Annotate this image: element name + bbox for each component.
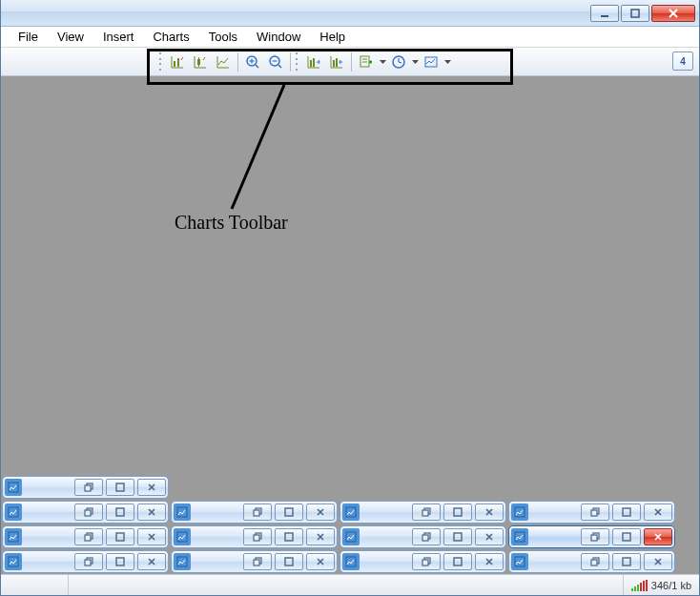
minimized-chart-window[interactable]: [2, 501, 169, 524]
mini-close-button[interactable]: [475, 528, 504, 545]
periods-button[interactable]: [387, 51, 410, 73]
mini-close-button[interactable]: [137, 528, 166, 545]
minimized-chart-window[interactable]: [171, 550, 338, 573]
mini-restore-button[interactable]: [74, 553, 103, 570]
titlebar: [1, 0, 699, 27]
mini-close-button[interactable]: [137, 553, 166, 570]
svg-rect-40: [454, 508, 462, 516]
svg-rect-57: [515, 532, 525, 542]
svg-rect-43: [591, 510, 597, 516]
mini-close-button[interactable]: [475, 553, 504, 570]
mini-restore-button[interactable]: [74, 528, 103, 545]
mini-restore-button[interactable]: [243, 528, 272, 545]
svg-rect-0: [601, 15, 608, 17]
menu-charts[interactable]: Charts: [143, 28, 198, 46]
svg-rect-44: [623, 508, 630, 516]
svg-rect-35: [254, 510, 259, 516]
mini-max-button[interactable]: [443, 504, 472, 521]
mini-restore-button[interactable]: [243, 553, 272, 570]
mini-close-button[interactable]: [644, 528, 672, 545]
minimized-chart-window[interactable]: [171, 525, 338, 548]
mini-restore-button[interactable]: [581, 504, 609, 521]
mini-restore-button[interactable]: [412, 553, 441, 570]
connection-bars-icon: [631, 580, 648, 591]
mini-max-button[interactable]: [443, 553, 472, 570]
svg-rect-29: [9, 507, 18, 517]
mini-restore-button[interactable]: [74, 504, 103, 521]
svg-rect-37: [346, 507, 356, 517]
mini-close-button[interactable]: [306, 553, 335, 570]
mini-restore-button[interactable]: [412, 504, 441, 521]
mini-close-button[interactable]: [306, 528, 335, 545]
mini-restore-button[interactable]: [74, 479, 103, 496]
minimized-chart-window[interactable]: [2, 525, 169, 548]
menu-tools[interactable]: Tools: [199, 28, 247, 46]
svg-rect-61: [9, 557, 18, 566]
bar-chart-button[interactable]: [166, 51, 189, 73]
zoom-in-button[interactable]: [241, 51, 264, 73]
candlestick-chart-button[interactable]: [189, 51, 212, 73]
mini-close-button[interactable]: [137, 504, 166, 521]
mini-max-button[interactable]: [106, 553, 134, 570]
mini-restore-button[interactable]: [243, 504, 272, 521]
svg-rect-71: [422, 560, 428, 565]
auto-scroll-button[interactable]: [302, 51, 325, 73]
mini-max-button[interactable]: [443, 528, 472, 545]
minimized-chart-window[interactable]: [340, 525, 506, 548]
chart-shift-button[interactable]: [325, 51, 348, 73]
menu-file[interactable]: File: [9, 28, 48, 46]
svg-rect-41: [515, 507, 525, 517]
indicators-dropdown[interactable]: [378, 51, 387, 73]
menu-view[interactable]: View: [48, 28, 93, 46]
templates-button[interactable]: [420, 51, 443, 73]
menu-help[interactable]: Help: [310, 28, 355, 46]
mini-max-button[interactable]: [612, 504, 641, 521]
menu-window[interactable]: Window: [247, 28, 310, 46]
mini-close-button[interactable]: [644, 504, 672, 521]
mini-close-button[interactable]: [137, 479, 166, 496]
connection-status[interactable]: 346/1 kb: [623, 575, 699, 595]
mini-close-button[interactable]: [475, 504, 504, 521]
mini-max-button[interactable]: [612, 528, 641, 545]
minimize-window-button[interactable]: [590, 5, 619, 22]
mini-close-button[interactable]: [644, 553, 672, 570]
line-chart-button[interactable]: [212, 51, 235, 73]
mini-restore-button[interactable]: [581, 528, 609, 545]
mini-max-button[interactable]: [275, 504, 303, 521]
mini-max-button[interactable]: [275, 553, 303, 570]
indicators-button[interactable]: [355, 51, 378, 73]
minimized-chart-window[interactable]: [508, 550, 675, 573]
maximize-window-button[interactable]: [621, 5, 649, 22]
minimized-chart-window[interactable]: [2, 550, 169, 573]
svg-rect-67: [254, 560, 259, 565]
minimized-chart-window[interactable]: [171, 501, 338, 524]
zoom-out-icon: [268, 54, 283, 70]
mini-restore-button[interactable]: [581, 553, 609, 570]
svg-rect-48: [116, 533, 124, 541]
svg-rect-25: [9, 483, 18, 492]
mini-max-button[interactable]: [106, 528, 134, 545]
mini-restore-button[interactable]: [412, 528, 441, 545]
periods-dropdown[interactable]: [410, 51, 420, 73]
svg-rect-31: [85, 510, 91, 516]
mini-max-button[interactable]: [106, 504, 134, 521]
alerts-indicator[interactable]: 4: [672, 51, 693, 71]
minimized-chart-window[interactable]: [340, 550, 506, 573]
minimized-chart-window[interactable]: [340, 501, 506, 524]
minimized-chart-window[interactable]: [508, 525, 675, 548]
mini-max-button[interactable]: [106, 479, 134, 496]
mini-max-button[interactable]: [612, 553, 641, 570]
svg-rect-33: [177, 507, 187, 517]
close-window-button[interactable]: [651, 5, 695, 22]
svg-rect-69: [346, 557, 356, 566]
zoom-out-button[interactable]: [264, 51, 287, 73]
svg-rect-56: [454, 533, 462, 541]
minimized-chart-window[interactable]: [508, 501, 675, 524]
menubar: File View Insert Charts Tools Window Hel…: [1, 27, 699, 48]
mini-close-button[interactable]: [306, 504, 335, 521]
templates-dropdown[interactable]: [443, 51, 452, 73]
mini-max-button[interactable]: [275, 528, 303, 545]
menu-insert[interactable]: Insert: [93, 28, 144, 46]
svg-rect-76: [623, 558, 630, 565]
minimized-chart-window[interactable]: [2, 476, 169, 499]
